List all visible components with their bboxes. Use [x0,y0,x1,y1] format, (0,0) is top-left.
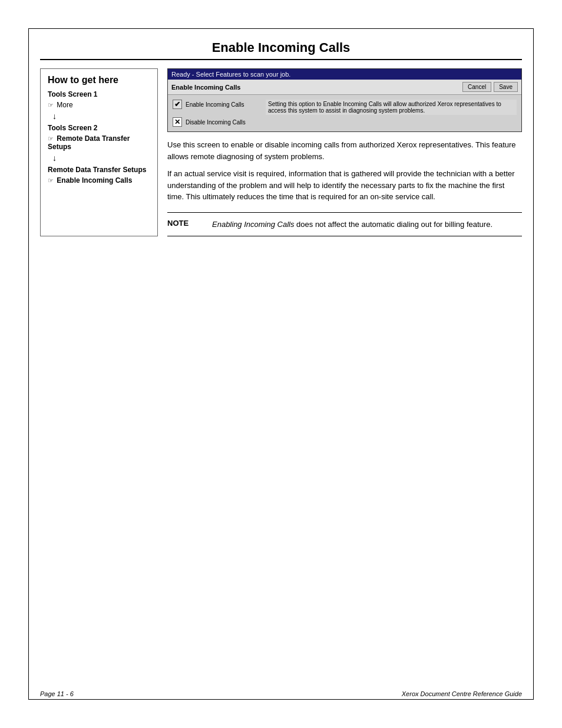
sidebar-step-tools2: Tools Screen 2 [48,124,150,132]
sidebar-remote-icon: ☞ [48,135,54,143]
ui-screenshot: Ready - Select Features to scan your job… [167,68,522,132]
body-paragraph1: Use this screen to enable or disable inc… [167,139,522,162]
note-label: NOTE [167,219,203,230]
footer: Page 11 - 6 Xerox Document Centre Refere… [40,690,522,697]
ui-enable-check-symbol: ✔ [174,100,180,108]
note-section: NOTE Enabling Incoming Calls does not af… [167,212,522,237]
note-normal-part: does not affect the automatic dialing ou… [294,220,492,229]
ui-enable-checkbox[interactable]: ✔ [173,100,182,109]
sidebar-enable-label: Enable Incoming Calls [57,176,132,185]
sidebar-step-remote: ☞ Remote Data Transfer Setups [48,134,150,151]
ui-title-text: Ready - Select Features to scan your job… [171,71,290,78]
sidebar-arrow1: ↓ [52,111,150,121]
sidebar-step-tools1: Tools Screen 1 [48,90,150,98]
sidebar-tools2-label: Tools Screen 2 [48,124,97,132]
page-title: Enable Incoming Calls [40,40,522,60]
sidebar-step-more: ☞ More [48,101,150,109]
sidebar-tools1-label: Tools Screen 1 [48,90,97,98]
ui-disable-label: Disable Incoming Calls [186,119,246,126]
ui-option-enable-row: ✔ Enable Incoming Calls Setting this opt… [173,100,517,115]
ui-action-buttons: Cancel Save [462,82,518,92]
note-italic-part: Enabling Incoming Calls [212,220,294,229]
footer-left: Page 11 - 6 [40,690,74,697]
ui-option-enable-left: ✔ Enable Incoming Calls [173,100,261,109]
ui-enable-label: Enable Incoming Calls [186,101,244,108]
sidebar-step-rdts: Remote Data Transfer Setups [48,166,150,174]
note-text: Enabling Incoming Calls does not affect … [212,219,492,230]
ui-cancel-button[interactable]: Cancel [462,82,491,92]
sidebar-more-label: More [57,101,72,109]
sidebar: How to get here Tools Screen 1 ☞ More ↓ … [40,68,158,236]
ui-save-button[interactable]: Save [494,82,518,92]
page-border-left [28,28,29,700]
sidebar-more-icon: ☞ [48,101,54,109]
sidebar-rdts-label: Remote Data Transfer Setups [48,166,146,174]
body-paragraph2: If an actual service visit is required, … [167,168,522,203]
sidebar-title: How to get here [48,75,150,85]
sidebar-enable-icon: ☞ [48,177,54,185]
ui-disable-check-symbol: ✕ [174,118,180,126]
ui-options-area: ✔ Enable Incoming Calls Setting this opt… [168,95,521,131]
ui-feature-bar: Enable Incoming Calls Cancel Save [168,80,521,95]
sidebar-step-enable: ☞ Enable Incoming Calls [48,176,150,185]
page-border-right [533,28,534,700]
ui-feature-label: Enable Incoming Calls [171,84,240,91]
ui-title-bar: Ready - Select Features to scan your job… [168,69,521,80]
ui-option-disable-row: ✕ Disable Incoming Calls [173,117,517,127]
footer-right: Xerox Document Centre Reference Guide [402,690,522,697]
sidebar-remote-label: Remote Data Transfer Setups [48,134,130,151]
ui-disable-checkbox[interactable]: ✕ [173,117,182,127]
main-content: Ready - Select Features to scan your job… [167,68,522,236]
page-border-top [28,28,534,29]
sidebar-arrow2: ↓ [52,153,150,163]
ui-enable-description: Setting this option to Enable Incoming C… [266,100,517,115]
page-border-bottom [28,699,534,700]
